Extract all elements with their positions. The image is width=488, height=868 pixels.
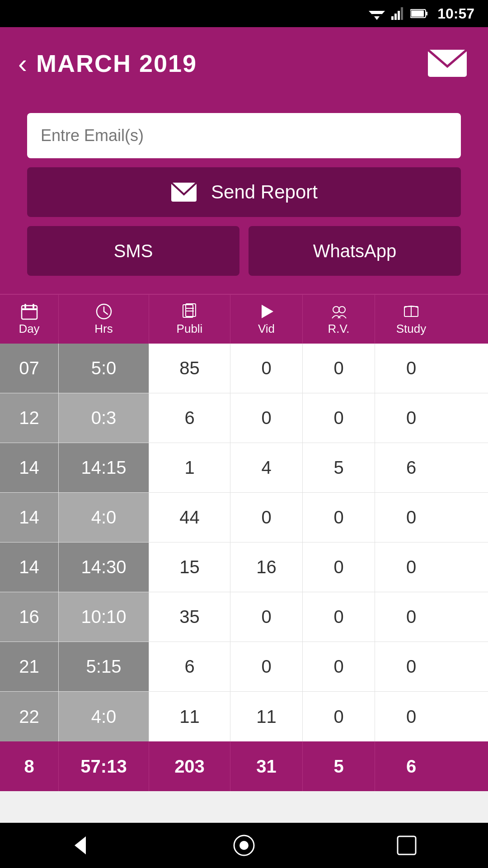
email-section: Send Report SMS WhatsApp — [0, 99, 488, 294]
svg-rect-14 — [24, 304, 26, 308]
cell-study: 0 — [375, 542, 447, 592]
cell-publi: 15 — [149, 542, 230, 592]
cell-vid: 0 — [230, 344, 303, 393]
nav-recent-button[interactable] — [384, 827, 429, 863]
svg-rect-5 — [398, 11, 400, 20]
send-report-button[interactable]: Send Report — [27, 167, 461, 217]
cell-rv: 0 — [303, 542, 375, 592]
bottom-nav — [0, 823, 488, 868]
wifi-icon — [369, 7, 385, 20]
header-left: ‹ MARCH 2019 — [18, 48, 197, 79]
cell-study: 0 — [375, 642, 447, 691]
recent-nav-icon — [393, 832, 420, 859]
table-row: 14 4:0 44 0 0 0 — [0, 493, 488, 542]
action-buttons: SMS WhatsApp — [27, 226, 461, 276]
col-label-study: Study — [396, 322, 427, 336]
cell-day: 14 — [0, 542, 59, 592]
cell-day: 14 — [0, 443, 59, 492]
cell-rv: 0 — [303, 642, 375, 691]
table-row: 16 10:10 35 0 0 0 — [0, 592, 488, 642]
col-header-hrs: Hrs — [59, 295, 149, 344]
footer-total-publi: 203 — [149, 741, 230, 791]
email-input[interactable] — [27, 113, 461, 158]
send-report-label: Send Report — [211, 181, 318, 203]
col-label-hrs: Hrs — [94, 322, 113, 336]
col-header-study: Study — [375, 295, 447, 344]
svg-rect-9 — [411, 10, 424, 17]
svg-rect-12 — [22, 306, 37, 319]
cell-rv: 0 — [303, 592, 375, 642]
rv-icon — [330, 303, 347, 320]
back-button[interactable]: ‹ — [18, 48, 27, 79]
cell-rv: 5 — [303, 443, 375, 492]
cell-study: 0 — [375, 393, 447, 443]
cell-hrs: 5:0 — [59, 344, 149, 393]
cell-day: 12 — [0, 393, 59, 443]
col-header-vid: Vid — [230, 295, 303, 344]
svg-point-30 — [239, 841, 249, 850]
calendar-icon — [21, 303, 38, 320]
cell-day: 07 — [0, 344, 59, 393]
footer-count: 8 — [0, 741, 59, 791]
footer-total-hrs: 57:13 — [59, 741, 149, 791]
cell-vid: 0 — [230, 592, 303, 642]
status-time: 10:57 — [437, 5, 474, 22]
svg-marker-28 — [75, 836, 86, 854]
footer-total-rv: 5 — [303, 741, 375, 791]
cell-vid: 0 — [230, 642, 303, 691]
svg-point-24 — [333, 307, 339, 313]
table-row: 21 5:15 6 0 0 0 — [0, 642, 488, 692]
whatsapp-button[interactable]: WhatsApp — [249, 226, 461, 276]
send-envelope-icon — [170, 181, 197, 203]
col-header-day: Day — [0, 295, 59, 344]
col-label-publi: Publi — [177, 322, 203, 336]
cell-publi: 35 — [149, 592, 230, 642]
publi-icon — [181, 303, 198, 320]
svg-point-25 — [339, 307, 345, 313]
cell-day: 14 — [0, 493, 59, 542]
footer-total-study: 6 — [375, 741, 447, 791]
table-row: 22 4:0 11 11 0 0 — [0, 692, 488, 741]
status-icons — [369, 7, 428, 20]
table-header: Day Hrs Publi Vid R.V. — [0, 294, 488, 344]
sms-button[interactable]: SMS — [27, 226, 239, 276]
header-mail-button[interactable] — [425, 45, 470, 81]
cell-publi: 6 — [149, 393, 230, 443]
cell-vid: 4 — [230, 443, 303, 492]
play-icon — [258, 303, 275, 320]
cell-hrs: 14:30 — [59, 542, 149, 592]
svg-rect-4 — [394, 14, 397, 20]
col-header-publi: Publi — [149, 295, 230, 344]
cell-publi: 85 — [149, 344, 230, 393]
cell-study: 0 — [375, 692, 447, 741]
svg-rect-20 — [186, 304, 196, 316]
cell-publi: 44 — [149, 493, 230, 542]
cell-vid: 16 — [230, 542, 303, 592]
table-row: 14 14:30 15 16 0 0 — [0, 542, 488, 592]
cell-day: 22 — [0, 692, 59, 741]
cell-study: 0 — [375, 493, 447, 542]
clock-icon — [95, 303, 113, 320]
col-label-day: Day — [19, 322, 39, 336]
cell-hrs: 10:10 — [59, 592, 149, 642]
nav-home-button[interactable] — [221, 827, 267, 863]
cell-vid: 11 — [230, 692, 303, 741]
cell-day: 16 — [0, 592, 59, 642]
svg-rect-13 — [22, 308, 37, 310]
header-title: MARCH 2019 — [36, 49, 197, 77]
header: ‹ MARCH 2019 — [0, 27, 488, 99]
cell-rv: 0 — [303, 393, 375, 443]
table-row: 14 14:15 1 4 5 6 — [0, 443, 488, 493]
cell-study: 0 — [375, 592, 447, 642]
svg-line-18 — [104, 311, 108, 314]
cell-hrs: 14:15 — [59, 443, 149, 492]
table-footer: 8 57:13 203 31 5 6 — [0, 741, 488, 791]
svg-rect-6 — [401, 7, 403, 20]
cell-study: 6 — [375, 443, 447, 492]
envelope-icon — [427, 47, 468, 79]
nav-back-button[interactable] — [59, 827, 104, 863]
cell-hrs: 4:0 — [59, 692, 149, 741]
cell-hrs: 4:0 — [59, 493, 149, 542]
svg-rect-3 — [391, 16, 394, 20]
table-row: 07 5:0 85 0 0 0 — [0, 344, 488, 393]
